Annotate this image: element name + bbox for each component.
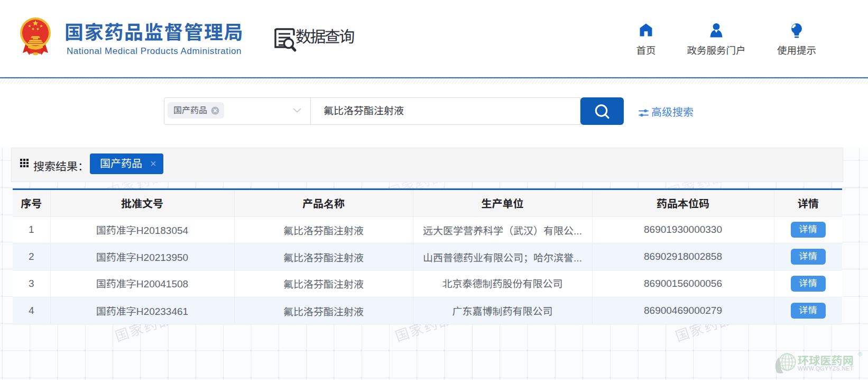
svg-text:WWW.QGYYZS.NET: WWW.QGYYZS.NET — [798, 365, 854, 372]
svg-text:®: ® — [858, 351, 862, 357]
